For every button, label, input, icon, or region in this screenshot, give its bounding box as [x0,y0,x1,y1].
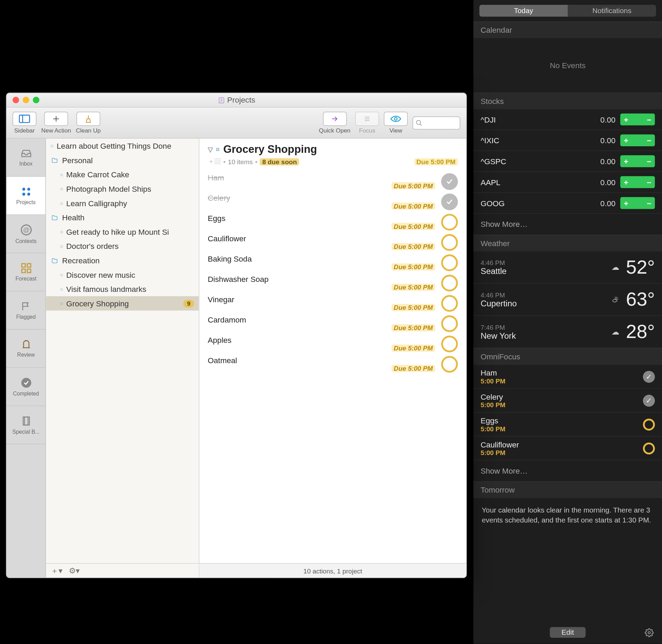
stock-change-chip: +− [620,197,655,209]
tomorrow-text: Your calendar looks clear in the morning… [473,498,662,532]
detail-footer: 10 actions, 1 project [199,563,466,578]
status-circle-icon[interactable] [441,254,458,271]
checkmark-icon[interactable] [441,173,458,190]
project-visit-famous-landmarks[interactable]: ⦂⦂Visit famous landmarks [46,282,199,296]
quick-open-button[interactable]: Quick Open [319,112,351,134]
checkmark-icon[interactable]: ✓ [643,371,655,383]
project-grocery-shopping[interactable]: ⦂⦂Grocery Shopping9 [46,296,199,311]
nc-tabs: Today Notifications [479,5,656,17]
stock-row[interactable]: ^GSPC0.00+− [473,151,662,172]
row-label: Make Carrot Cake [66,170,129,179]
svg-text:@: @ [23,226,29,233]
omnifocus-row[interactable]: Eggs5:00 PM [473,413,662,436]
project-discover-new-music[interactable]: ⦂⦂Discover new music [46,267,199,282]
svg-rect-24 [24,417,28,425]
stock-row[interactable]: ^IXIC0.00+− [473,130,662,151]
project-learn-about-getting-things-done[interactable]: ⦂⦂Learn about Getting Things Done [46,139,199,153]
status-circle-icon[interactable] [441,336,458,352]
svg-point-14 [22,193,25,196]
task-row[interactable]: OatmealDue 5:00 PM [199,353,466,374]
project-learn-calligraphy[interactable]: ⦂⦂Learn Calligraphy [46,196,199,210]
task-row[interactable]: VinegarDue 5:00 PM [199,293,466,313]
status-circle-icon[interactable] [441,234,458,251]
of-item-time: 5:00 PM [481,401,643,409]
project-get-ready-to-hike-up-mount-si[interactable]: ⦂⦂Get ready to hike up Mount Si [46,224,199,239]
stocks-show-more[interactable]: Show More… [473,214,662,235]
status-circle-icon[interactable] [643,418,655,430]
weather-row[interactable]: 4:46 PMCupertino⛅︎63° [473,284,662,316]
svg-line-11 [420,124,422,125]
task-row[interactable]: ApplesDue 5:00 PM [199,333,466,353]
project-photograph-model-ships[interactable]: ⦂⦂Photograph Model Ships [46,181,199,196]
perspective-tab-forecast[interactable]: Forecast [7,253,45,292]
focus-button[interactable]: Focus [355,112,379,134]
view-button[interactable]: View [384,112,408,134]
omnifocus-row[interactable]: Cauliflower5:00 PM [473,436,662,460]
stock-change-chip: +− [620,134,655,146]
task-row[interactable]: Dishwasher SoapDue 5:00 PM [199,272,466,293]
weather-time: 4:46 PM [481,259,608,266]
task-row[interactable]: Baking SodaDue 5:00 PM [199,252,466,272]
minus-icon: − [647,178,651,187]
stock-row[interactable]: AAPL0.00+− [473,172,662,193]
perspective-tab-review[interactable]: Review [7,330,45,368]
nc-edit-button[interactable]: Edit [549,627,586,638]
clean-up-button[interactable]: Clean Up [76,112,100,134]
project-icon: ⦂⦂ [51,142,53,150]
status-circle-icon[interactable] [441,275,458,292]
project-doctor-s-orders[interactable]: ⦂⦂Doctor's orders [46,239,199,253]
folder-health[interactable]: Health [46,210,199,225]
status-circle-icon[interactable] [441,356,458,373]
task-row[interactable]: HamDue 5:00 PM [199,171,466,191]
sidebar-toggle-button[interactable]: Sidebar [12,112,36,134]
project-item-count: 10 items [228,158,253,165]
folder-recreation[interactable]: Recreation [46,253,199,268]
plus-icon [52,115,60,123]
add-note-icon[interactable]: ＋▤ [208,157,221,166]
omnifocus-row[interactable]: Celery5:00 PM✓ [473,389,662,412]
perspective-tab-inbox[interactable]: Inbox [7,139,45,177]
omnifocus-row[interactable]: Ham5:00 PM✓ [473,365,662,389]
nc-section-stocks: Stocks [473,93,662,109]
weather-row[interactable]: 4:46 PMSeattle☁︎52° [473,251,662,284]
row-label: Discover new music [66,270,136,279]
perspective-tab-contexts[interactable]: @Contexts [7,215,45,253]
stock-row[interactable]: ^DJI0.00+− [473,109,662,130]
status-circle-icon[interactable] [441,315,458,332]
minus-icon: − [647,115,651,124]
status-circle-icon[interactable] [441,295,458,312]
status-circle-icon[interactable] [441,214,458,231]
search-field[interactable] [413,116,460,129]
task-due-label: Due 5:00 PM [391,345,435,352]
arrow-right-icon [329,115,340,123]
project-make-carrot-cake[interactable]: ⦂⦂Make Carrot Cake [46,167,199,182]
svg-point-15 [27,193,30,196]
row-label: Doctor's orders [66,242,119,251]
perspective-tab-completed[interactable]: Completed [7,368,45,406]
perspective-tab-special-b-[interactable]: Special B... [7,406,45,444]
task-row[interactable]: CardamomDue 5:00 PM [199,313,466,333]
perspective-tab-flagged[interactable]: Flagged [7,292,45,330]
sidebar-icon [19,115,31,123]
weather-city: Seattle [481,266,608,276]
add-icon[interactable]: ＋▾ [51,565,63,576]
task-row[interactable]: EggsDue 5:00 PM [199,211,466,232]
checkmark-icon[interactable]: ✓ [643,394,655,407]
stock-row[interactable]: GOOG0.00+− [473,193,662,214]
nc-tab-today[interactable]: Today [479,5,568,17]
new-action-button[interactable]: New Action [41,112,71,134]
nc-tab-notifications[interactable]: Notifications [568,5,656,17]
omnifocus-show-more[interactable]: Show More… [473,461,662,482]
disclosure-icon[interactable]: ▽ [208,146,213,154]
task-row[interactable]: CauliflowerDue 5:00 PM [199,232,466,252]
gear-icon[interactable] [645,628,654,637]
stock-value: 0.00 [586,199,616,208]
task-row[interactable]: CeleryDue 5:00 PM [199,191,466,211]
folder-personal[interactable]: Personal [46,153,199,167]
perspective-tab-projects[interactable]: Projects [7,177,45,215]
gear-icon[interactable]: ⚙▾ [69,566,80,575]
weather-row[interactable]: 7:46 PMNew York☁︎28° [473,316,662,348]
svg-point-10 [416,120,420,124]
status-circle-icon[interactable] [643,442,655,454]
checkmark-icon[interactable] [441,193,458,210]
